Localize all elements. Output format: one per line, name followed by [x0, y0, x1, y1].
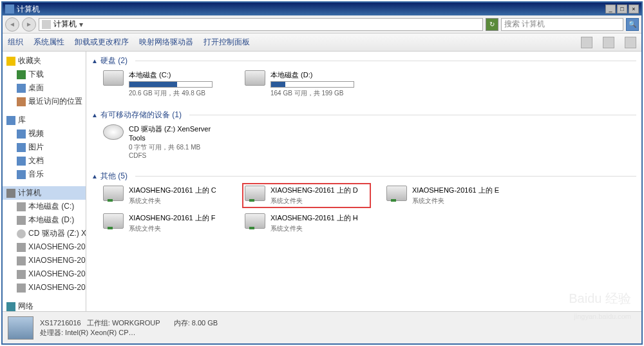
maximize-button[interactable]: □	[617, 5, 627, 14]
sidebar-netdrive-1[interactable]: XIAOSHENG-20161 上	[3, 240, 86, 254]
collapse-icon: ▲	[91, 173, 98, 180]
sidebar-pictures[interactable]: 图片	[3, 140, 86, 154]
sidebar-netdrive-2[interactable]: XIAOSHENG-20161 上	[3, 254, 86, 267]
back-button[interactable]: ◄	[5, 17, 19, 32]
computer-icon	[42, 20, 51, 29]
download-icon	[17, 70, 26, 79]
sidebar-network[interactable]: 网络	[3, 300, 86, 311]
map-network-drive[interactable]: 映射网络驱动器	[139, 37, 193, 48]
netdrive-icon	[17, 270, 26, 279]
drive-name: XIAOSHENG-20161 上的 H	[270, 213, 368, 223]
recent-icon	[17, 97, 26, 106]
document-icon	[17, 157, 26, 166]
music-icon	[17, 170, 26, 179]
search-input[interactable]: 搜索 计算机	[501, 18, 623, 31]
sidebar-computer[interactable]: 计算机	[3, 186, 86, 200]
content-pane: ▲硬盘 (2) 本地磁盘 (C:) 20.6 GB 可用，共 49.8 GB	[86, 52, 641, 311]
sidebar: 收藏夹 下载 桌面 最近访问的位置 库 视频 图片 文档 音乐 计算机 本地磁盘…	[3, 52, 86, 311]
usage-bar	[270, 81, 354, 88]
memory: 内存: 8.00 GB	[174, 319, 218, 327]
sidebar-downloads[interactable]: 下载	[3, 68, 86, 81]
address-text: 计算机	[53, 19, 77, 30]
sidebar-documents[interactable]: 文档	[3, 154, 86, 168]
statusbar: XS17216016 工作组: WORKGROUP 内存: 8.00 GB 处理…	[3, 311, 641, 343]
netdrive-e[interactable]: XIAOSHENG-20161 上的 E系统文件夹	[384, 183, 513, 208]
netdrive-f[interactable]: XIAOSHENG-20161 上的 F系统文件夹	[100, 211, 229, 236]
network-drive-icon	[103, 213, 124, 229]
toolbar: 组织 系统属性 卸载或更改程序 映射网络驱动器 打开控制面板	[3, 34, 641, 52]
group-header[interactable]: ▲其他 (5)	[91, 169, 636, 183]
close-button[interactable]: ×	[629, 5, 639, 14]
network-drive-icon	[386, 186, 407, 201]
sidebar-videos[interactable]: 视频	[3, 127, 86, 140]
sidebar-netdrive-4[interactable]: XIAOSHENG-20161 上	[3, 281, 86, 294]
netdrive-d-highlighted[interactable]: XIAOSHENG-20161 上的 D系统文件夹	[242, 183, 371, 208]
system-properties[interactable]: 系统属性	[33, 37, 64, 48]
group-header[interactable]: ▲硬盘 (2)	[91, 54, 636, 68]
cd-drive-icon	[103, 124, 124, 140]
titlebar[interactable]: 计算机 _ □ ×	[3, 3, 641, 15]
sidebar-disk-c[interactable]: 本地磁盘 (C:)	[3, 200, 86, 213]
drive-c[interactable]: 本地磁盘 (C:) 20.6 GB 可用，共 49.8 GB	[100, 68, 229, 101]
computer-name: XS17216016	[40, 319, 81, 327]
workgroup: 工作组: WORKGROUP	[87, 319, 160, 327]
group-other: ▲其他 (5) XIAOSHENG-20161 上的 C系统文件夹 XIAOSH…	[91, 169, 636, 236]
organize-menu[interactable]: 组织	[8, 37, 23, 48]
drive-type: 系统文件夹	[129, 224, 227, 233]
drive-type: 系统文件夹	[129, 197, 227, 206]
network-drive-icon	[103, 186, 124, 201]
sidebar-favorites[interactable]: 收藏夹	[3, 54, 86, 68]
group-header[interactable]: ▲有可移动存储的设备 (1)	[91, 108, 636, 122]
star-icon	[6, 57, 15, 66]
minimize-button[interactable]: _	[605, 5, 616, 14]
open-control-panel[interactable]: 打开控制面板	[204, 37, 250, 48]
picture-icon	[17, 143, 26, 152]
computer-large-icon	[8, 316, 33, 340]
sidebar-netdrive-3[interactable]: XIAOSHENG-20161 上	[3, 267, 86, 281]
network-drive-icon	[245, 186, 265, 201]
drive-d[interactable]: 本地磁盘 (D:) 164 GB 可用，共 199 GB	[242, 68, 371, 101]
sidebar-recent[interactable]: 最近访问的位置	[3, 95, 86, 108]
netdrive-h[interactable]: XIAOSHENG-20161 上的 H系统文件夹	[242, 211, 371, 236]
collapse-icon: ▲	[91, 111, 98, 119]
video-icon	[17, 130, 26, 139]
uninstall-programs[interactable]: 卸载或更改程序	[75, 37, 129, 48]
chevron-down-icon[interactable]: ▾	[79, 20, 83, 29]
drive-type: 系统文件夹	[412, 197, 510, 206]
sidebar-music[interactable]: 音乐	[3, 168, 86, 181]
drive-capacity: 20.6 GB 可用，共 49.8 GB	[129, 89, 227, 98]
processor: 处理器: Intel(R) Xeon(R) CP…	[40, 328, 218, 338]
drive-cd[interactable]: CD 驱动器 (Z:) XenServer Tools 0 字节 可用，共 68…	[100, 122, 229, 162]
search-placeholder: 搜索 计算机	[504, 19, 545, 30]
drive-type: 系统文件夹	[270, 197, 368, 206]
sidebar-cd-z[interactable]: CD 驱动器 (Z:) Xen	[3, 227, 86, 240]
library-icon	[6, 116, 15, 125]
drive-name: XIAOSHENG-20161 上的 E	[412, 186, 510, 195]
forward-button[interactable]: ►	[22, 17, 36, 32]
view-mode-button[interactable]	[581, 37, 592, 48]
sidebar-libraries[interactable]: 库	[3, 113, 86, 127]
hard-disk-icon	[103, 70, 124, 86]
drive-name: 本地磁盘 (C:)	[129, 70, 227, 80]
drive-name: 本地磁盘 (D:)	[270, 70, 368, 80]
help-button[interactable]	[625, 37, 636, 48]
network-icon	[6, 302, 15, 311]
sidebar-desktop[interactable]: 桌面	[3, 81, 86, 95]
drive-capacity: 0 字节 可用，共 68.1 MB	[129, 143, 227, 152]
group-hard-disks: ▲硬盘 (2) 本地磁盘 (C:) 20.6 GB 可用，共 49.8 GB	[91, 54, 636, 101]
netdrive-c[interactable]: XIAOSHENG-20161 上的 C系统文件夹	[100, 183, 229, 208]
window-title: 计算机	[17, 4, 40, 15]
drive-name: CD 驱动器 (Z:) XenServer Tools	[129, 124, 227, 142]
collapse-icon: ▲	[91, 57, 98, 64]
drive-filesystem: CDFS	[129, 152, 227, 159]
address-bar[interactable]: 计算机 ▾	[39, 18, 483, 31]
netdrive-icon	[17, 243, 26, 252]
preview-pane-button[interactable]	[603, 37, 614, 48]
computer-icon	[5, 5, 14, 14]
disk-icon	[17, 216, 26, 225]
refresh-button[interactable]: ↻	[486, 18, 498, 31]
sidebar-disk-d[interactable]: 本地磁盘 (D:)	[3, 213, 86, 227]
drive-name: XIAOSHENG-20161 上的 F	[129, 213, 227, 223]
search-button[interactable]: 🔍	[626, 18, 639, 31]
network-drive-icon	[245, 213, 265, 229]
